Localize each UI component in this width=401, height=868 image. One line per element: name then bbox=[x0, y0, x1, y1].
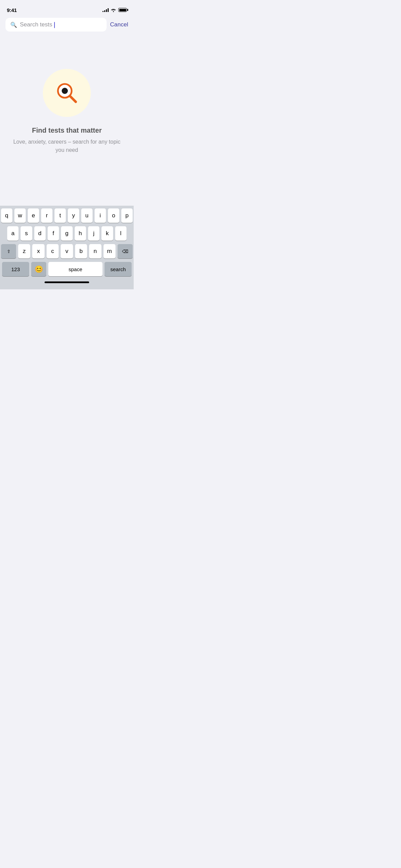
search-bar[interactable]: 🔍 Search tests bbox=[5, 18, 107, 32]
status-icons bbox=[102, 8, 127, 12]
key-c[interactable]: c bbox=[47, 244, 59, 258]
key-e[interactable]: e bbox=[28, 208, 39, 223]
empty-state: Find tests that matter Love, anxiety, ca… bbox=[0, 34, 134, 182]
key-g[interactable]: g bbox=[61, 226, 72, 241]
keyboard-bottom-row: 123 😊 space search bbox=[1, 262, 133, 276]
key-f[interactable]: f bbox=[48, 226, 59, 241]
empty-state-subtitle: Love, anxiety, careers – search for any … bbox=[10, 138, 123, 154]
svg-point-1 bbox=[62, 88, 68, 94]
key-k[interactable]: k bbox=[101, 226, 113, 241]
empty-state-title: Find tests that matter bbox=[32, 126, 101, 134]
wifi-icon bbox=[111, 8, 116, 12]
key-u[interactable]: u bbox=[81, 208, 93, 223]
status-time: 9:41 bbox=[7, 7, 17, 13]
cancel-button[interactable]: Cancel bbox=[110, 21, 128, 28]
key-l[interactable]: l bbox=[115, 226, 126, 241]
emoji-key[interactable]: 😊 bbox=[31, 262, 46, 276]
keyboard-row-1: q w e r t y u i o p bbox=[1, 208, 133, 223]
keyboard-row-2: a s d f g h j k l bbox=[1, 226, 133, 241]
shift-key[interactable]: ⇧ bbox=[1, 244, 16, 258]
search-bar-icon: 🔍 bbox=[10, 22, 17, 28]
key-b[interactable]: b bbox=[75, 244, 87, 258]
search-placeholder: Search tests bbox=[20, 21, 52, 28]
key-p[interactable]: p bbox=[121, 208, 133, 223]
key-w[interactable]: w bbox=[14, 208, 26, 223]
signal-icon bbox=[102, 8, 109, 12]
magnifier-icon bbox=[53, 79, 81, 107]
key-a[interactable]: a bbox=[7, 226, 19, 241]
key-r[interactable]: r bbox=[41, 208, 52, 223]
key-o[interactable]: o bbox=[108, 208, 119, 223]
key-y[interactable]: y bbox=[68, 208, 79, 223]
key-v[interactable]: v bbox=[61, 244, 73, 258]
key-x[interactable]: x bbox=[32, 244, 44, 258]
space-key[interactable]: space bbox=[48, 262, 102, 276]
search-container: 🔍 Search tests Cancel bbox=[0, 15, 134, 34]
battery-icon bbox=[118, 8, 127, 12]
keyboard: q w e r t y u i o p a s d f g h j k l ⇧ … bbox=[0, 206, 134, 289]
key-j[interactable]: j bbox=[88, 226, 99, 241]
key-z[interactable]: z bbox=[18, 244, 30, 258]
key-s[interactable]: s bbox=[21, 226, 32, 241]
svg-line-2 bbox=[70, 96, 76, 102]
illustration-circle bbox=[43, 69, 91, 117]
key-h[interactable]: h bbox=[75, 226, 86, 241]
key-i[interactable]: i bbox=[95, 208, 106, 223]
status-bar: 9:41 bbox=[0, 0, 134, 15]
home-bar bbox=[45, 281, 89, 283]
key-t[interactable]: t bbox=[54, 208, 66, 223]
key-d[interactable]: d bbox=[34, 226, 46, 241]
search-input[interactable]: Search tests bbox=[20, 21, 102, 28]
search-key[interactable]: search bbox=[105, 262, 132, 276]
key-m[interactable]: m bbox=[104, 244, 116, 258]
home-indicator bbox=[1, 276, 133, 288]
backspace-key[interactable]: ⌫ bbox=[118, 244, 133, 258]
text-cursor bbox=[54, 22, 55, 28]
nums-key[interactable]: 123 bbox=[2, 262, 29, 276]
keyboard-row-3: ⇧ z x c v b n m ⌫ bbox=[1, 244, 133, 258]
key-q[interactable]: q bbox=[1, 208, 12, 223]
key-n[interactable]: n bbox=[89, 244, 101, 258]
